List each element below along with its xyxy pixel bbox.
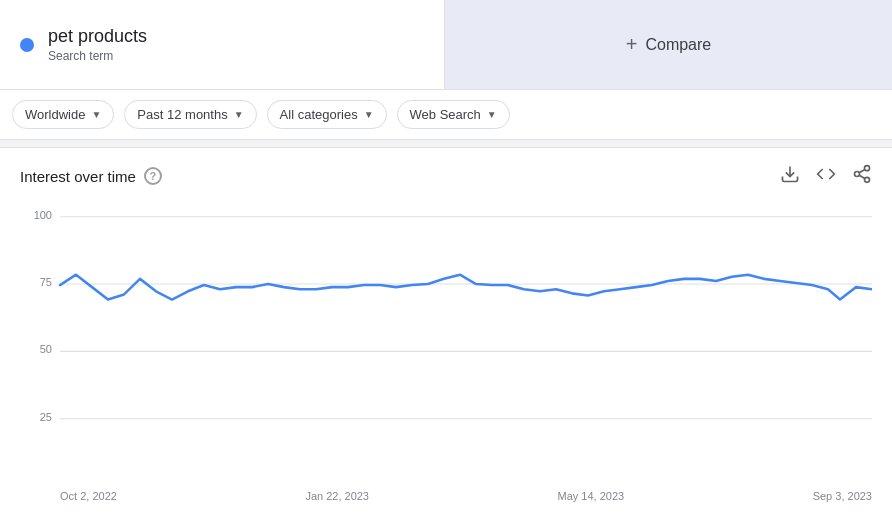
x-label-3: May 14, 2023 (558, 490, 625, 502)
svg-line-5 (859, 169, 865, 172)
chevron-down-icon: ▼ (91, 109, 101, 120)
download-icon[interactable] (780, 164, 800, 188)
compare-label: Compare (645, 36, 711, 54)
term-color-dot (20, 38, 34, 52)
x-label-4: Sep 3, 2023 (813, 490, 872, 502)
x-axis-labels: Oct 2, 2022 Jan 22, 2023 May 14, 2023 Se… (20, 486, 872, 502)
svg-point-3 (865, 177, 870, 182)
svg-point-1 (865, 166, 870, 171)
svg-text:100: 100 (34, 209, 52, 221)
svg-text:75: 75 (40, 276, 52, 288)
svg-text:25: 25 (40, 411, 52, 423)
chart-actions (780, 164, 872, 188)
filters-row: Worldwide ▼ Past 12 months ▼ All categor… (0, 90, 892, 140)
term-name: pet products (48, 26, 147, 47)
chart-title-group: Interest over time ? (20, 167, 162, 185)
chart-title: Interest over time (20, 168, 136, 185)
time-range-filter[interactable]: Past 12 months ▼ (124, 100, 256, 129)
search-term-panel: pet products Search term (0, 0, 445, 89)
compare-panel[interactable]: + Compare (445, 0, 892, 89)
x-label-2: Jan 22, 2023 (305, 490, 369, 502)
term-type: Search term (48, 49, 147, 63)
svg-point-2 (855, 172, 860, 177)
location-filter[interactable]: Worldwide ▼ (12, 100, 114, 129)
chart-section: Interest over time ? (0, 148, 892, 512)
svg-line-4 (859, 175, 865, 178)
category-filter[interactable]: All categories ▼ (267, 100, 387, 129)
help-icon[interactable]: ? (144, 167, 162, 185)
share-icon[interactable] (852, 164, 872, 188)
chevron-down-icon: ▼ (487, 109, 497, 120)
chart-container: 100 75 50 25 (20, 196, 872, 486)
time-range-label: Past 12 months (137, 107, 227, 122)
search-type-label: Web Search (410, 107, 481, 122)
location-label: Worldwide (25, 107, 85, 122)
interest-chart: 100 75 50 25 (20, 196, 872, 486)
x-label-1: Oct 2, 2022 (60, 490, 117, 502)
chevron-down-icon: ▼ (234, 109, 244, 120)
chart-header: Interest over time ? (20, 164, 872, 188)
grey-bar (0, 140, 892, 148)
search-term-text: pet products Search term (48, 26, 147, 63)
code-icon[interactable] (816, 164, 836, 188)
plus-icon: + (626, 33, 638, 56)
chevron-down-icon: ▼ (364, 109, 374, 120)
search-type-filter[interactable]: Web Search ▼ (397, 100, 510, 129)
category-label: All categories (280, 107, 358, 122)
svg-text:50: 50 (40, 343, 52, 355)
